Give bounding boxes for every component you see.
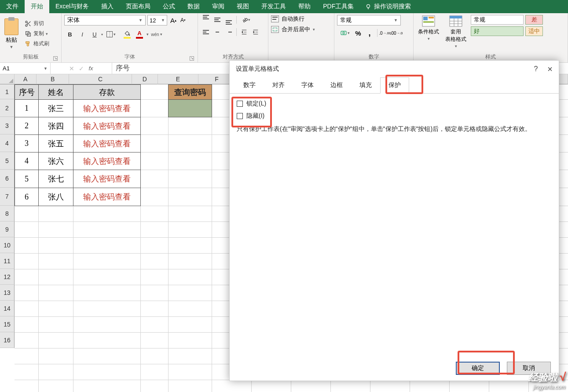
checkbox-icon[interactable] [237, 113, 243, 119]
row-header-15[interactable]: 15 [0, 316, 15, 332]
dialog-tab-1[interactable]: 对齐 [264, 77, 293, 93]
tell-me-search[interactable]: 操作说明搜索 [360, 0, 416, 13]
row-header-10[interactable]: 10 [0, 237, 15, 253]
tab-file[interactable]: 文件 [0, 0, 25, 13]
row-header-9[interactable]: 9 [0, 221, 15, 237]
dialog-tab-0[interactable]: 数字 [235, 77, 264, 93]
dialog-tab-2[interactable]: 字体 [293, 77, 322, 93]
tab-excel-finance[interactable]: Excel与财务 [49, 0, 95, 13]
number-format-combo[interactable]: 常规 ▼ [337, 15, 401, 25]
tab-formulas[interactable]: 公式 [157, 0, 181, 13]
col-header-A[interactable]: A [15, 74, 37, 84]
row-header-8[interactable]: 8 [0, 206, 15, 221]
query-password-cell[interactable] [169, 100, 212, 117]
hide-checkbox-row[interactable]: 隐藏(I) [237, 112, 552, 120]
table-header[interactable]: 序号 [15, 85, 39, 100]
accounting-format-button[interactable]: ▾ [337, 28, 352, 38]
table-cell[interactable]: 5 [15, 170, 39, 188]
row-header-7[interactable]: 7 [0, 188, 15, 206]
orientation-button[interactable]: ab▾ [239, 15, 254, 25]
table-cell[interactable]: 张八 [39, 188, 73, 206]
row-header-13[interactable]: 13 [0, 285, 15, 301]
increase-font-size-button[interactable]: A▴ [169, 15, 178, 25]
align-middle-button[interactable] [212, 15, 223, 25]
table-cell[interactable]: 3 [15, 135, 39, 152]
empty-cell[interactable] [169, 188, 212, 206]
col-header-D[interactable]: D [132, 74, 158, 84]
fill-color-button[interactable]: ▾ [121, 29, 133, 40]
tab-pdf-tools[interactable]: PDF工具集 [317, 0, 360, 13]
merge-center-button[interactable]: 合并后居中 ▾ [271, 25, 315, 33]
table-cell[interactable]: 张三 [39, 100, 73, 117]
dialog-launcher-icon[interactable]: ↘ [53, 56, 58, 61]
empty-cell[interactable] [169, 117, 212, 135]
decrease-indent-button[interactable] [239, 27, 249, 37]
row-header-16[interactable]: 16 [0, 332, 15, 348]
bold-button[interactable]: B [64, 29, 76, 40]
row-header-4[interactable]: 4 [0, 134, 15, 152]
row-header-11[interactable]: 11 [0, 253, 15, 269]
table-cell[interactable]: 输入密码查看 [73, 152, 141, 170]
table-cell[interactable]: 张五 [39, 135, 73, 152]
row-header-5[interactable]: 5 [0, 152, 15, 170]
dialog-tab-4[interactable]: 填充 [351, 77, 380, 93]
tab-data[interactable]: 数据 [181, 0, 206, 13]
tab-page-layout[interactable]: 页面布局 [120, 0, 157, 13]
decrease-decimal-button[interactable]: .00→.0 [391, 28, 402, 38]
conditional-format-button[interactable]: 条件格式 ▾ [416, 15, 441, 41]
border-button[interactable]: ▾ [105, 29, 117, 40]
tab-home[interactable]: 开始 [25, 0, 49, 13]
col-header-E[interactable]: E [158, 74, 198, 84]
name-box[interactable]: A1 ▼ [0, 63, 51, 74]
comma-button[interactable]: , [364, 28, 375, 38]
dialog-help-button[interactable]: ? [534, 65, 538, 73]
phonetic-guide-button[interactable]: wén▾ [150, 29, 163, 40]
dialog-titlebar[interactable]: 设置单元格格式 ? × [230, 61, 559, 77]
empty-cell[interactable] [169, 135, 212, 152]
row-header-2[interactable]: 2 [0, 99, 15, 117]
table-header[interactable]: 姓名 [39, 85, 73, 100]
cancel-button[interactable]: 取消 [507, 362, 551, 375]
underline-button[interactable]: U▾ [89, 29, 100, 40]
fx-icon[interactable]: fx [88, 65, 93, 72]
lock-checkbox-row[interactable]: 锁定(L) [237, 100, 552, 108]
table-header[interactable]: 查询密码 [169, 85, 212, 100]
table-cell[interactable]: 张六 [39, 152, 73, 170]
cancel-formula-icon[interactable]: ✕ [69, 65, 74, 72]
table-cell[interactable]: 输入密码查看 [73, 100, 141, 117]
align-center-button[interactable] [212, 27, 223, 37]
format-painter-button[interactable]: 格式刷 [25, 40, 49, 47]
style-normal[interactable]: 常规 [471, 15, 524, 25]
paste-button[interactable]: 粘贴 ▼ [3, 18, 20, 49]
dialog-close-button[interactable]: × [547, 64, 553, 74]
font-name-combo[interactable]: 宋体 ▼ [64, 15, 146, 25]
col-header-C[interactable]: C [69, 74, 132, 84]
row-header-14[interactable]: 14 [0, 301, 15, 316]
format-as-table-button[interactable]: 套用 表格格式 ▾ [443, 15, 468, 48]
align-top-button[interactable] [201, 15, 211, 25]
select-all-corner[interactable] [0, 74, 15, 84]
confirm-formula-icon[interactable]: ✓ [79, 65, 84, 72]
table-cell[interactable]: 输入密码查看 [73, 135, 141, 152]
increase-indent-button[interactable] [250, 27, 261, 37]
table-cell[interactable]: 输入密码查看 [73, 117, 141, 135]
row-header-1[interactable]: 1 [0, 84, 15, 99]
table-cell[interactable]: 2 [15, 117, 39, 135]
checkbox-icon[interactable] [237, 101, 243, 107]
tab-review[interactable]: 审阅 [206, 0, 231, 13]
tab-developer[interactable]: 开发工具 [255, 0, 292, 13]
table-cell[interactable]: 6 [15, 188, 39, 206]
tab-insert[interactable]: 插入 [95, 0, 120, 13]
style-neutral[interactable]: 适中 [525, 26, 543, 36]
dialog-launcher-icon[interactable]: ↘ [190, 56, 194, 61]
table-cell[interactable]: 张七 [39, 170, 73, 188]
row-header-3[interactable]: 3 [0, 117, 15, 134]
empty-cell[interactable] [169, 170, 212, 188]
align-bottom-button[interactable] [224, 15, 234, 25]
ok-button[interactable]: 确定 [456, 362, 500, 375]
style-bad[interactable]: 差 [525, 15, 543, 25]
wrap-text-button[interactable]: 自动换行 [271, 15, 304, 23]
style-good[interactable]: 好 [471, 26, 524, 36]
table-cell[interactable]: 输入密码查看 [73, 170, 141, 188]
cell-styles-gallery[interactable]: 常规 差 好 适中 [471, 15, 543, 36]
